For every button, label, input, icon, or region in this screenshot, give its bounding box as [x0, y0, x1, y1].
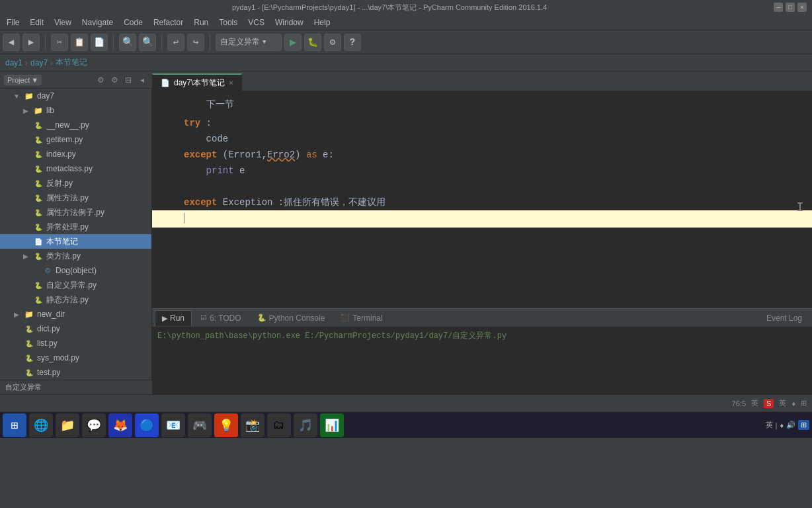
menu-navigate[interactable]: Navigate: [77, 17, 118, 28]
bottom-tab-console[interactable]: 🐍 Python Console: [250, 310, 333, 326]
minimize-button[interactable]: ─: [774, 3, 783, 12]
sidebar-item-leifangfa[interactable]: ▶ 🐍 类方法.py: [0, 249, 151, 263]
close-button[interactable]: ×: [797, 3, 807, 12]
bottom-tab-todo[interactable]: ☑ 6: TODO: [193, 310, 249, 326]
py-icon-getitem: 🐍: [33, 134, 44, 145]
menu-help[interactable]: Help: [309, 17, 336, 28]
taskbar-music-button[interactable]: 🎵: [294, 413, 317, 437]
bottom-tab-terminal[interactable]: ⬛ Terminal: [333, 310, 389, 326]
menu-refactor[interactable]: Refactor: [148, 17, 188, 28]
menu-code[interactable]: Code: [118, 17, 148, 28]
menu-bar: File Edit View Navigate Code Refactor Ru…: [0, 15, 812, 30]
menu-window[interactable]: Window: [270, 17, 309, 28]
sidebar-item-day7[interactable]: ▼ 📁 day7: [0, 89, 151, 103]
breadcrumb-part-3[interactable]: 本节笔记: [56, 57, 87, 68]
toolbar-paste-button[interactable]: 📄: [91, 34, 108, 51]
run-config-dropdown[interactable]: 自定义异常 ▼: [216, 34, 282, 51]
code-line-1: 下一节: [152, 97, 812, 112]
taskbar-wechat-button[interactable]: 💬: [82, 413, 106, 437]
py-icon-fanshe: 🐍: [33, 178, 44, 189]
menu-vcs[interactable]: VCS: [243, 17, 270, 28]
sidebar-label-zidingyiyc: 自定义异常.py: [46, 280, 97, 291]
toolbar-cut-button[interactable]: ✂: [51, 34, 68, 51]
sidebar-item-fanshe[interactable]: 🐍 反射.py: [0, 176, 151, 190]
tab-label: day7\本节笔记: [174, 77, 225, 89]
toolbar-redo-button[interactable]: ↪: [187, 34, 204, 51]
sidebar-item-benjiejiji[interactable]: 📄 本节笔记: [0, 234, 151, 249]
toolbar-settings-button[interactable]: ⚙: [324, 34, 341, 51]
taskbar-camera-button[interactable]: 📸: [241, 413, 264, 437]
taskbar-ie-button[interactable]: 🌐: [29, 413, 53, 437]
menu-view[interactable]: View: [49, 17, 77, 28]
code-line-6: [152, 179, 812, 194]
bottom-tab-event-log[interactable]: Event Log: [759, 310, 809, 326]
maximize-button[interactable]: □: [786, 3, 795, 12]
taskbar-system-tray: 英 | ♦ 🔊 ⊞: [766, 420, 809, 430]
taskbar-explorer-button[interactable]: 🗂: [267, 413, 291, 437]
sidebar-item-dict[interactable]: 🐍 dict.py: [0, 321, 151, 336]
sidebar-item-new-py[interactable]: 🐍 __new__.py: [0, 118, 151, 132]
toolbar-search-button[interactable]: 🔍: [119, 34, 136, 51]
editor-content[interactable]: 下一节 try : code except (Error1,Erro2) as …: [152, 91, 812, 308]
taskbar-mail-button[interactable]: 📧: [161, 413, 185, 437]
project-dropdown[interactable]: Project ▼: [4, 75, 42, 85]
tab-close-icon[interactable]: ×: [229, 79, 233, 87]
project-gear-icon[interactable]: ⚙: [108, 74, 120, 86]
sidebar-item-zidingyiyc[interactable]: 🐍 自定义异常.py: [0, 278, 151, 292]
taskbar-chrome-button[interactable]: 🔵: [135, 413, 159, 437]
menu-run[interactable]: Run: [188, 17, 214, 28]
sidebar-item-metaclass[interactable]: 🐍 metaclass.py: [0, 161, 151, 176]
menu-edit[interactable]: Edit: [24, 17, 49, 28]
taskbar-start-button[interactable]: ⊞: [3, 413, 26, 437]
sidebar-item-yichangcl[interactable]: 🐍 异常处理.py: [0, 220, 151, 234]
breadcrumb-part-1[interactable]: day1: [5, 58, 22, 67]
project-collapse-icon[interactable]: ⊟: [122, 74, 134, 86]
menu-file[interactable]: File: [1, 17, 24, 28]
scroll-indicator[interactable]: I: [796, 200, 804, 216]
sidebar-item-dog[interactable]: © Dog(object): [0, 263, 151, 278]
sidebar-label-day7: day7: [37, 91, 54, 101]
toolbar: ◀ ▶ ✂ 📋 📄 🔍 🔍 ↩ ↪ 自定义异常 ▼ ▶ 🐛 ⚙ ?: [0, 30, 812, 54]
editor-tab-benjiejiji[interactable]: 📄 day7\本节笔记 ×: [152, 73, 242, 91]
sidebar-label-shuxingfflz: 属性方法例子.py: [46, 207, 104, 218]
menu-tools[interactable]: Tools: [214, 17, 243, 28]
taskbar-store-button[interactable]: 🎮: [188, 413, 212, 437]
toolbar-help-button[interactable]: ?: [344, 34, 361, 51]
line-number-4: [152, 147, 179, 163]
sidebar-item-sys-mod[interactable]: 🐍 sys_mod.py: [0, 351, 151, 365]
sidebar-item-shuxingff[interactable]: 🐍 属性方法.py: [0, 190, 151, 205]
code-line-8[interactable]: [152, 210, 812, 228]
sidebar-item-lib[interactable]: ▶ 📁 lib: [0, 103, 151, 118]
project-pin-icon[interactable]: ◂: [136, 74, 148, 86]
sidebar-item-new-dir[interactable]: ▶ 📁 new_dir: [0, 307, 151, 321]
toolbar-copy-button[interactable]: 📋: [71, 34, 88, 51]
sidebar-item-shuxingfflz[interactable]: 🐍 属性方法例子.py: [0, 205, 151, 220]
bottom-tab-run-label: Run: [170, 314, 184, 323]
project-sync-icon[interactable]: ⚙: [95, 74, 106, 86]
bottom-tab-console-label: Python Console: [269, 314, 325, 323]
console-icon: 🐍: [257, 314, 266, 322]
sidebar-item-jingtaiff[interactable]: 🐍 静态方法.py: [0, 292, 151, 307]
taskbar-firefox-button[interactable]: 🦊: [108, 413, 132, 437]
toolbar-forward-button[interactable]: ▶: [22, 34, 40, 51]
sidebar-item-index[interactable]: 🐍 index.py: [0, 147, 151, 161]
breadcrumb-part-2[interactable]: day7: [30, 58, 48, 67]
folder-icon-day7: 📁: [24, 91, 34, 101]
sidebar-item-getitem[interactable]: 🐍 getitem.py: [0, 132, 151, 147]
toolbar-back-button[interactable]: ◀: [3, 34, 20, 51]
py-icon-metaclass: 🐍: [33, 163, 44, 174]
project-header: Project ▼ ⚙ ⚙ ⊟ ◂: [0, 71, 152, 89]
toolbar-debug-button[interactable]: 🐛: [304, 34, 321, 51]
toolbar-search2-button[interactable]: 🔍: [139, 34, 156, 51]
taskbar-excel-button[interactable]: 📊: [320, 413, 344, 437]
todo-icon: ☑: [200, 314, 207, 322]
code-text-2: try :: [179, 115, 812, 131]
toolbar-run-button[interactable]: ▶: [284, 34, 302, 51]
sidebar-item-list[interactable]: 🐍 list.py: [0, 336, 151, 351]
sidebar-item-test[interactable]: 🐍 test.py: [0, 365, 151, 380]
title-text: pyday1 - [E:\PycharmProjects\pyday1] - .…: [5, 3, 774, 13]
taskbar-files-button[interactable]: 📁: [56, 413, 79, 437]
taskbar-idea-button[interactable]: 💡: [214, 413, 238, 437]
bottom-tab-run[interactable]: ▶ Run: [155, 310, 192, 326]
toolbar-undo-button[interactable]: ↩: [167, 34, 184, 51]
